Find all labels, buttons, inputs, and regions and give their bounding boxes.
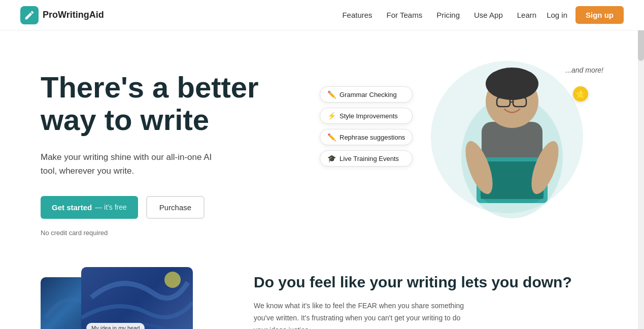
logo-text: ProWritingAid <box>43 10 104 20</box>
get-started-button[interactable]: Get started — it's free <box>41 196 138 219</box>
free-label: — it's free <box>95 203 127 211</box>
second-right: Do you feel like your writing lets you d… <box>254 267 603 329</box>
pill-rephrase: ✏️ Rephrase suggestions <box>320 129 413 145</box>
nav-actions: Log in Sign up <box>547 6 624 24</box>
style-icon: ⚡ <box>327 112 336 120</box>
hero-person-illustration <box>451 56 573 218</box>
hero-subtitle: Make your writing shine with our all-in-… <box>41 150 213 178</box>
nav-pricing[interactable]: Pricing <box>436 11 460 19</box>
painting-card-front: My idea in my head <box>81 267 193 329</box>
nav-features[interactable]: Features <box>342 11 372 19</box>
idea-label: My idea in my head <box>86 323 145 329</box>
star-badge: ⭐ <box>573 86 588 102</box>
second-section-title: Do you feel like your writing lets you d… <box>254 272 603 292</box>
grammar-icon: ✏️ <box>327 90 336 98</box>
hero-right: ✏️ Grammar Checking ⚡ Style Improvements… <box>304 56 614 218</box>
nav-links: Features For Teams Pricing Use App Learn <box>342 11 536 19</box>
pill-grammar: ✏️ Grammar Checking <box>320 86 413 103</box>
second-section-body: We know what it's like to feel the FEAR … <box>254 300 467 329</box>
hero-left: There's a better way to write Make your … <box>41 61 304 237</box>
and-more-label: ...and more! <box>565 66 603 74</box>
hero-buttons: Get started — it's free Purchase <box>41 196 304 219</box>
training-icon: 🎓 <box>327 154 336 162</box>
pill-style: ⚡ Style Improvements <box>320 108 413 124</box>
rephrase-icon: ✏️ <box>327 133 336 141</box>
purchase-button[interactable]: Purchase <box>146 196 205 219</box>
second-section: My idea in my head Do you feel like your… <box>0 257 644 329</box>
nav-for-teams[interactable]: For Teams <box>387 11 423 19</box>
hero-title: There's a better way to write <box>41 71 304 136</box>
svg-point-3 <box>486 68 538 100</box>
svg-point-13 <box>164 272 181 288</box>
hero-section: There's a better way to write Make your … <box>0 30 644 257</box>
logo[interactable]: ProWritingAid <box>20 6 104 24</box>
no-credit-card-text: No credit card required <box>41 229 304 237</box>
feature-pills-container: ✏️ Grammar Checking ⚡ Style Improvements… <box>320 86 413 167</box>
logo-icon <box>20 6 39 24</box>
pill-training: 🎓 Live Training Events <box>320 150 413 167</box>
nav-use-app[interactable]: Use App <box>474 11 503 19</box>
scrollbar[interactable] <box>638 0 644 329</box>
second-image-area: My idea in my head <box>41 267 213 329</box>
navbar: ProWritingAid Features For Teams Pricing… <box>0 0 644 30</box>
signup-button[interactable]: Sign up <box>575 6 624 24</box>
nav-learn[interactable]: Learn <box>517 11 536 19</box>
login-button[interactable]: Log in <box>547 11 567 19</box>
starry-night-bg-2 <box>81 267 193 329</box>
